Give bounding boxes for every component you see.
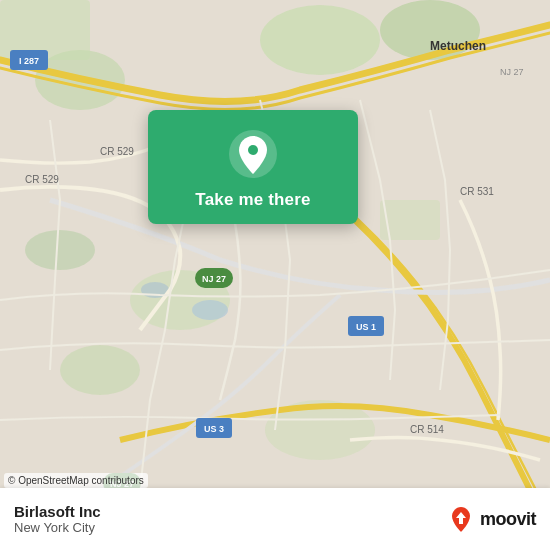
map-background: I 287 NJ 27 NJ 27 US 1 US 3 CR 529 CR 52… xyxy=(0,0,550,490)
moovit-logo: moovit xyxy=(446,504,536,534)
svg-point-10 xyxy=(192,300,228,320)
svg-text:US 3: US 3 xyxy=(204,424,224,434)
location-city: New York City xyxy=(14,520,446,535)
osm-attribution-text: © OpenStreetMap contributors xyxy=(8,475,144,486)
svg-text:NJ 27: NJ 27 xyxy=(500,67,524,77)
svg-text:NJ 27: NJ 27 xyxy=(202,274,226,284)
svg-point-1 xyxy=(260,5,380,75)
svg-point-9 xyxy=(25,230,95,270)
take-me-there-card[interactable]: Take me there xyxy=(148,110,358,224)
svg-text:I 287: I 287 xyxy=(19,56,39,66)
svg-point-6 xyxy=(60,345,140,395)
svg-text:CR 529: CR 529 xyxy=(25,174,59,185)
svg-text:US 1: US 1 xyxy=(356,322,376,332)
location-pin-icon xyxy=(227,128,279,180)
location-name: Birlasoft Inc xyxy=(14,503,446,520)
svg-text:CR 531: CR 531 xyxy=(460,186,494,197)
moovit-logo-icon xyxy=(446,504,476,534)
bottom-bar: Birlasoft Inc New York City moovit xyxy=(0,488,550,550)
osm-attribution: © OpenStreetMap contributors xyxy=(4,473,148,488)
moovit-logo-text: moovit xyxy=(480,509,536,530)
svg-text:CR 529: CR 529 xyxy=(100,146,134,157)
svg-point-29 xyxy=(248,145,258,155)
take-me-there-label: Take me there xyxy=(195,190,310,210)
svg-text:Metuchen: Metuchen xyxy=(430,39,486,53)
map-container: I 287 NJ 27 NJ 27 US 1 US 3 CR 529 CR 52… xyxy=(0,0,550,550)
svg-text:CR 514: CR 514 xyxy=(410,424,444,435)
location-info: Birlasoft Inc New York City xyxy=(14,503,446,535)
